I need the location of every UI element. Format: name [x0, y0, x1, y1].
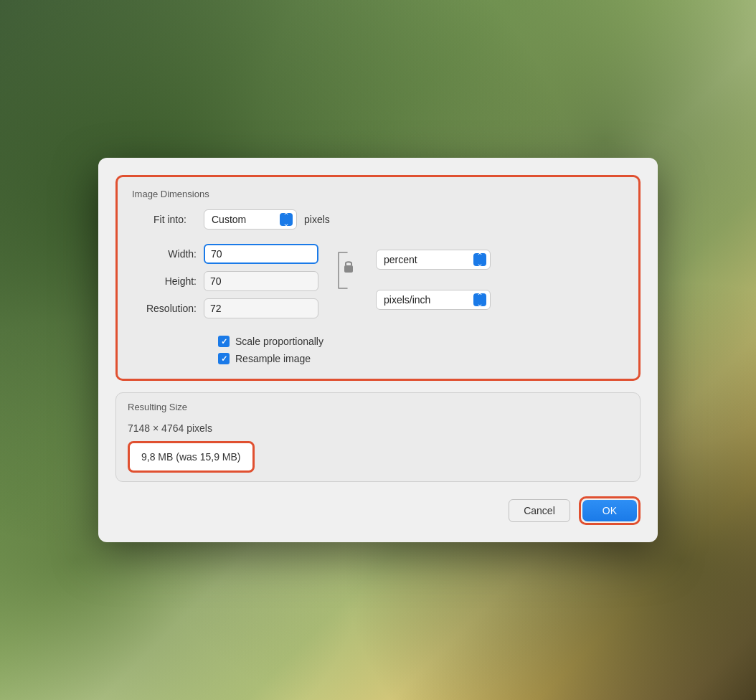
resolution-unit-select-wrapper[interactable]: pixels/inch: [376, 290, 491, 310]
size-unit-select-wrapper[interactable]: percent: [376, 250, 491, 270]
cancel-button[interactable]: Cancel: [509, 499, 570, 522]
resample-image-label: Resample image: [235, 353, 311, 364]
resolution-label: Resolution:: [132, 303, 197, 314]
image-dimensions-section: Image Dimensions Fit into: Custom pixels: [115, 175, 641, 381]
dimensions-text: 7148 × 4764 pixels: [128, 422, 628, 434]
height-label: Height:: [132, 275, 197, 287]
resulting-size-section: Resulting Size 7148 × 4764 pixels 9,8 MB…: [115, 392, 641, 482]
fit-into-select[interactable]: Custom: [204, 209, 297, 230]
width-row: Width:: [132, 244, 318, 264]
height-input[interactable]: [204, 271, 318, 291]
ok-button-wrapper: OK: [579, 496, 641, 525]
buttons-row: Cancel OK: [115, 493, 641, 525]
fit-into-unit: pixels: [304, 214, 330, 225]
svg-rect-0: [344, 265, 353, 273]
fields-area: Width: Height: Resolution:: [132, 244, 624, 326]
resolution-input[interactable]: [204, 298, 318, 318]
resulting-size-label: Resulting Size: [128, 402, 628, 412]
resolution-row: Resolution:: [132, 298, 318, 318]
width-input[interactable]: [204, 244, 318, 264]
width-label: Width:: [132, 248, 197, 260]
resample-image-row: Resample image: [218, 353, 624, 364]
size-unit-select[interactable]: percent: [376, 250, 491, 270]
labels-inputs: Width: Height: Resolution:: [132, 244, 318, 326]
fit-into-row: Fit into: Custom pixels: [132, 209, 624, 230]
resolution-unit-select[interactable]: pixels/inch: [376, 290, 491, 310]
fit-into-label: Fit into:: [153, 214, 197, 225]
ok-button[interactable]: OK: [582, 500, 637, 521]
scale-proportionally-label: Scale proportionally: [235, 336, 323, 347]
dialog-overlay: Image Dimensions Fit into: Custom pixels: [0, 0, 756, 700]
dialog: Image Dimensions Fit into: Custom pixels: [98, 158, 658, 542]
checkboxes-area: Scale proportionally Resample image: [132, 336, 624, 364]
file-size-text: 9,8 MB (was 15,9 MB): [141, 451, 241, 463]
scale-proportionally-row: Scale proportionally: [218, 336, 624, 347]
dimensions-section-label: Image Dimensions: [132, 189, 624, 199]
height-row: Height:: [132, 271, 318, 291]
right-selects: percent pixels/inch: [376, 244, 491, 310]
fit-into-select-wrapper[interactable]: Custom: [204, 209, 297, 230]
resample-image-checkbox[interactable]: [218, 353, 230, 364]
lock-icon: [343, 260, 354, 273]
resolution-unit-wrapper: pixels/inch: [376, 290, 491, 310]
scale-proportionally-checkbox[interactable]: [218, 336, 230, 347]
file-size-box: 9,8 MB (was 15,9 MB): [128, 441, 255, 473]
bracket-area: [333, 244, 362, 291]
